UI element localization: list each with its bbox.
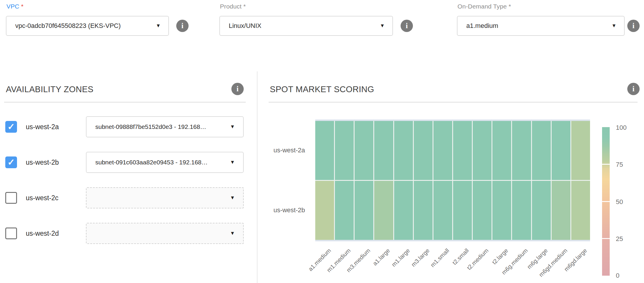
info-icon-glyph: i — [633, 22, 635, 30]
on-demand-type-select[interactable]: a1.medium ▼ — [457, 16, 625, 36]
vpc-label: VPC* — [6, 3, 23, 10]
chevron-down-icon: ▼ — [380, 23, 385, 29]
heatmap-cell — [414, 121, 433, 180]
spot-market-config-page: VPC* vpc-0adcb70f645508223 (EKS-VPC) ▼ i… — [0, 0, 644, 283]
az-row-us-west-2d: ✓ us-west-2d ▼ — [0, 223, 253, 244]
heatmap-cell — [492, 121, 511, 180]
vpc-select[interactable]: vpc-0adcb70f645508223 (EKS-VPC) ▼ — [6, 16, 169, 36]
chevron-down-icon: ▼ — [230, 124, 235, 130]
heatmap-cell — [433, 181, 452, 240]
chevron-down-icon: ▼ — [230, 230, 235, 236]
colorbar-tick-label: 75 — [616, 161, 636, 169]
section-divider — [269, 102, 638, 102]
colorbar-tick-label: 100 — [616, 124, 636, 132]
colorbar-tick-label: 50 — [616, 198, 636, 206]
az-checkbox[interactable]: ✓ — [5, 228, 17, 239]
subnet-select-value: subnet-09888f7be5152d0e3 - 192.168… — [95, 123, 206, 130]
heatmap-cell — [571, 121, 590, 180]
product-required-asterisk: * — [243, 3, 246, 10]
subnet-select[interactable]: subnet-09888f7be5152d0e3 - 192.168… ▼ — [86, 116, 244, 137]
heatmap-x-label: m1.large — [390, 247, 411, 268]
chevron-down-icon: ▼ — [156, 23, 161, 29]
chevron-down-icon: ▼ — [611, 23, 616, 29]
heatmap-cell — [414, 181, 433, 240]
heatmap-x-label: a1.large — [372, 247, 391, 267]
az-zone-label: us-west-2d — [26, 230, 59, 237]
heatmap-cell — [394, 121, 413, 180]
az-row-us-west-2b: ✓ us-west-2b subnet-091c603aa82e09453 - … — [0, 152, 253, 173]
subnet-select[interactable]: ▼ — [86, 187, 244, 208]
az-checkbox[interactable]: ✓ — [5, 192, 17, 204]
heatmap-x-label: t2.medium — [466, 247, 490, 271]
heatmap-x-label: m1.small — [429, 247, 450, 269]
heatmap-cell — [571, 181, 590, 240]
info-icon[interactable]: i — [176, 20, 189, 32]
heatmap-cell — [473, 181, 492, 240]
availability-zones-title: AVAILABILITY ZONES — [6, 85, 94, 94]
heatmap-cell — [473, 121, 492, 180]
heatmap-cell — [374, 181, 393, 240]
colorbar-tick-line — [602, 164, 610, 165]
az-row-us-west-2a: ✓ us-west-2a subnet-09888f7be5152d0e3 - … — [0, 116, 253, 137]
heatmap-cell — [492, 181, 511, 240]
chevron-down-icon: ▼ — [230, 159, 235, 165]
spot-market-scoring-title: SPOT MARKET SCORING — [270, 85, 374, 94]
heatmap-cell — [552, 121, 570, 180]
heatmap-cell — [512, 181, 531, 240]
heatmap-cell — [335, 181, 354, 240]
heatmap-cell — [433, 121, 452, 180]
heatmap-cell — [394, 181, 413, 240]
colorbar-tick-line — [602, 238, 610, 239]
heatmap-plot — [315, 119, 590, 241]
info-icon-glyph: i — [182, 22, 184, 30]
check-icon: ✓ — [7, 122, 15, 131]
heatmap-cell — [355, 121, 373, 180]
vpc-required-asterisk: * — [21, 3, 23, 10]
heatmap-cell — [453, 181, 472, 240]
heatmap-y-label: us-west-2a — [258, 146, 305, 155]
vertical-divider — [257, 71, 257, 283]
heatmap-cell — [355, 181, 373, 240]
colorbar-tick-line — [602, 201, 610, 202]
heatmap-cell — [315, 121, 334, 180]
section-divider — [4, 102, 246, 102]
az-checkbox[interactable]: ✓ — [5, 156, 17, 168]
heatmap-cell — [552, 181, 570, 240]
az-zone-label: us-west-2b — [26, 159, 59, 166]
subnet-select-value: subnet-091c603aa82e09453 - 192.168… — [95, 159, 208, 166]
info-icon-glyph: i — [237, 85, 239, 93]
product-label: Product* — [220, 3, 246, 10]
heatmap-cell — [532, 121, 551, 180]
heatmap-cell — [335, 121, 354, 180]
product-select[interactable]: Linux/UNIX ▼ — [219, 16, 393, 36]
heatmap-x-label: m3.large — [410, 247, 431, 268]
product-select-value: Linux/UNIX — [229, 22, 261, 30]
subnet-select[interactable]: subnet-091c603aa82e09453 - 192.168… ▼ — [86, 152, 244, 173]
az-zone-label: us-west-2c — [26, 194, 58, 202]
info-icon-glyph: i — [633, 85, 635, 93]
az-checkbox[interactable]: ✓ — [5, 121, 17, 133]
product-label-text: Product — [220, 3, 242, 10]
heatmap-cell — [453, 121, 472, 180]
on-demand-type-label-text: On-Demand Type — [457, 3, 507, 10]
info-icon[interactable]: i — [627, 83, 640, 95]
info-icon[interactable]: i — [401, 20, 413, 32]
info-icon[interactable]: i — [627, 20, 640, 32]
check-icon: ✓ — [7, 158, 15, 167]
info-icon-glyph: i — [406, 22, 408, 30]
heatmap-cell — [374, 121, 393, 180]
heatmap-cell — [315, 181, 334, 240]
az-row-us-west-2c: ✓ us-west-2c ▼ — [0, 187, 253, 208]
on-demand-type-label: On-Demand Type* — [457, 3, 511, 10]
heatmap-grid — [315, 121, 590, 240]
info-icon[interactable]: i — [231, 83, 244, 95]
heatmap-x-label: t2.large — [491, 247, 509, 266]
plot-background-strip — [315, 240, 590, 241]
on-demand-type-select-value: a1.medium — [466, 22, 498, 30]
az-zone-label: us-west-2a — [26, 123, 59, 131]
on-demand-type-required-asterisk: * — [509, 3, 511, 10]
subnet-select[interactable]: ▼ — [86, 223, 244, 244]
colorbar-tick-label: 25 — [616, 235, 636, 243]
heatmap-cell — [532, 181, 551, 240]
vpc-select-value: vpc-0adcb70f645508223 (EKS-VPC) — [15, 22, 121, 30]
